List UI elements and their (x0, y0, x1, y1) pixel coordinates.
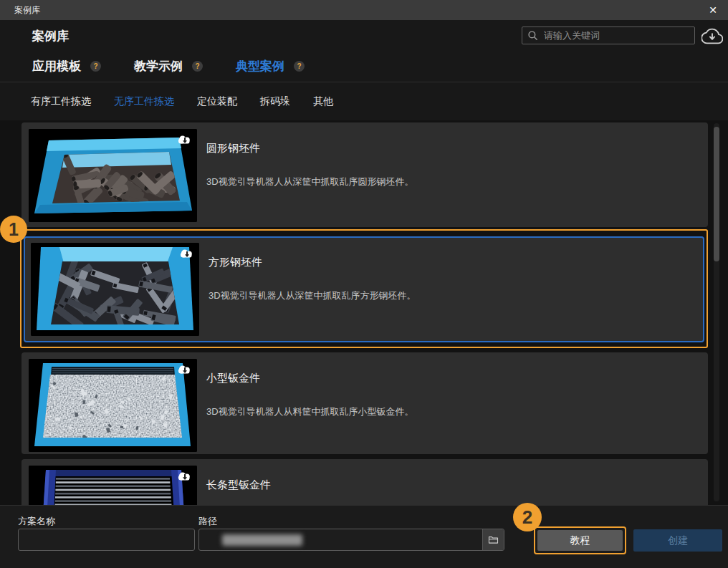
path-value-redacted (222, 534, 302, 546)
case-card-long-sheet-metal[interactable]: 长条型钣金件 (21, 459, 708, 505)
window-title: 案例库 (14, 4, 40, 16)
tutorial-highlight-box: 教程 (534, 526, 626, 554)
case-card-square-billets-selected[interactable]: 方形钢坯件 3D视觉引导机器人从深筐中抓取乱序方形钢坯件。 (24, 236, 704, 342)
case-description: 3D视觉引导机器人从料筐中抓取乱序小型钣金件。 (206, 405, 414, 418)
subtab-depalletizing[interactable]: 拆码垛 (260, 95, 290, 108)
thumbnail-art (29, 466, 197, 505)
header: 案例库 应用模板 ? 教学示例 ? 典型案例 (0, 20, 728, 82)
case-card-round-billets[interactable]: 圆形钢坯件 3D视觉引导机器人从深筐中抓取乱序圆形钢坯件。 (21, 122, 708, 227)
tab-label: 应用模板 (32, 58, 81, 74)
thumbnail-art (29, 129, 197, 222)
search-icon (527, 30, 538, 41)
cloud-download-icon (701, 27, 723, 46)
case-description: 3D视觉引导机器人从深筐中抓取乱序方形钢坯件。 (209, 289, 416, 302)
footer: 方案名称 路径 教程 创建 (0, 505, 728, 568)
close-button[interactable]: ✕ (702, 0, 724, 20)
tab-label: 教学示例 (134, 58, 183, 74)
download-icon[interactable] (176, 362, 193, 379)
case-title: 方形钢坯件 (209, 256, 416, 269)
tutorial-button[interactable]: 教程 (537, 530, 623, 551)
subtab-others[interactable]: 其他 (313, 95, 333, 108)
solution-name-input[interactable] (18, 529, 195, 551)
folder-icon (487, 534, 499, 546)
step-badge-2: 2 (513, 503, 542, 531)
tab-typical-cases[interactable]: 典型案例 ? (236, 58, 305, 74)
scrollbar-track[interactable] (714, 123, 719, 501)
case-thumbnail (29, 466, 197, 505)
case-thumbnail (29, 359, 197, 452)
case-info: 方形钢坯件 3D视觉引导机器人从深筐中抓取乱序方形钢坯件。 (209, 243, 416, 336)
case-info: 圆形钢坯件 3D视觉引导机器人从深筐中抓取乱序圆形钢坯件。 (206, 129, 414, 221)
page-title: 案例库 (32, 28, 69, 44)
scrollbar-thumb[interactable] (714, 127, 719, 261)
case-thumbnail (31, 243, 199, 336)
search-input[interactable] (542, 29, 689, 42)
subtab-bar: 有序工件拣选 无序工件拣选 定位装配 拆码垛 其他 (0, 82, 728, 120)
step-badge-1: 1 (0, 216, 27, 243)
thumbnail-art (31, 243, 199, 336)
subtab-positioning-assembly[interactable]: 定位装配 (197, 95, 237, 108)
path-label: 路径 (198, 515, 217, 528)
case-info: 小型钣金件 3D视觉引导机器人从料筐中抓取乱序小型钣金件。 (206, 359, 414, 448)
tab-app-templates[interactable]: 应用模板 ? (32, 58, 101, 74)
tab-label: 典型案例 (236, 58, 284, 74)
case-title: 小型钣金件 (206, 372, 414, 385)
case-title: 圆形钢坯件 (206, 142, 414, 155)
download-icon[interactable] (178, 246, 196, 263)
case-info: 长条型钣金件 (206, 466, 271, 505)
solution-name-label: 方案名称 (18, 515, 55, 528)
thumbnail-art (29, 359, 197, 452)
path-input[interactable] (198, 529, 504, 551)
cloud-download-button[interactable] (701, 27, 723, 46)
case-title: 长条型钣金件 (206, 478, 271, 492)
case-list: 圆形钢坯件 3D视觉引导机器人从深筐中抓取乱序圆形钢坯件。 方形钢坯件 3D视觉… (0, 120, 728, 505)
download-icon[interactable] (176, 132, 193, 149)
help-icon[interactable]: ? (294, 61, 305, 72)
help-icon[interactable]: ? (192, 61, 203, 72)
tab-teaching-examples[interactable]: 教学示例 ? (134, 58, 203, 74)
folder-button[interactable] (482, 529, 504, 550)
subtab-random-picking[interactable]: 无序工件拣选 (114, 95, 174, 108)
create-button[interactable]: 创建 (633, 529, 722, 552)
case-card-small-sheet-metal[interactable]: 小型钣金件 3D视觉引导机器人从料筐中抓取乱序小型钣金件。 (21, 352, 708, 454)
search-box[interactable] (522, 27, 695, 44)
tab-bar: 应用模板 ? 教学示例 ? 典型案例 ? (32, 58, 305, 74)
subtab-ordered-picking[interactable]: 有序工件拣选 (31, 95, 91, 108)
titlebar: 案例库 ✕ (0, 0, 728, 20)
help-icon[interactable]: ? (90, 61, 101, 72)
case-description: 3D视觉引导机器人从深筐中抓取乱序圆形钢坯件。 (206, 175, 414, 188)
download-icon[interactable] (176, 468, 193, 486)
case-thumbnail (29, 129, 197, 222)
